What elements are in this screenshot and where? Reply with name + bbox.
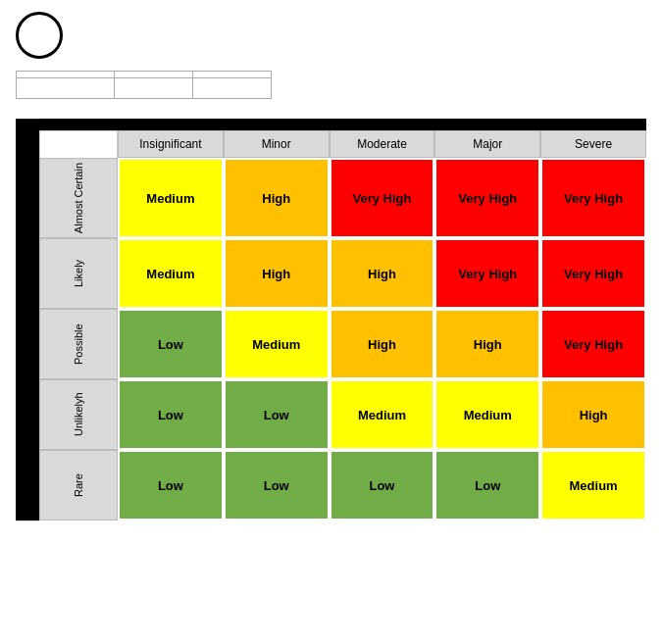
project-name-value[interactable] bbox=[17, 78, 115, 99]
cell-r4-c0: Low bbox=[118, 450, 224, 520]
cell-r1-c4: Very High bbox=[540, 238, 646, 309]
project-info bbox=[0, 67, 662, 107]
severity-header bbox=[39, 119, 646, 130]
cell-r0-c1: High bbox=[224, 158, 330, 238]
cell-r3-c0: Low bbox=[118, 379, 224, 450]
project-name-label bbox=[17, 72, 115, 78]
row-label-0: Almost Certain bbox=[39, 158, 118, 238]
cell-r0-c4: Very High bbox=[540, 158, 646, 238]
row-label-2: Possible bbox=[39, 309, 118, 379]
cell-r2-c0: Low bbox=[118, 309, 224, 379]
project-table bbox=[16, 71, 272, 99]
cell-r4-c3: Low bbox=[434, 450, 540, 520]
row-label-3: Unlikelyh bbox=[39, 379, 118, 450]
project-manager-label bbox=[115, 72, 193, 78]
cell-r4-c4: Medium bbox=[540, 450, 646, 520]
col-header-minor: Minor bbox=[224, 130, 330, 158]
header bbox=[0, 0, 662, 67]
cell-r2-c2: High bbox=[330, 309, 435, 379]
cell-r2-c1: Medium bbox=[224, 309, 330, 379]
project-manager-value[interactable] bbox=[115, 78, 193, 99]
row-label-1: Likely bbox=[39, 238, 118, 309]
cell-r1-c0: Medium bbox=[118, 238, 224, 309]
cell-r4-c2: Low bbox=[330, 450, 435, 520]
date-value[interactable] bbox=[193, 78, 272, 99]
cell-r2-c4: Very High bbox=[540, 309, 646, 379]
matrix-section: Insignificant Minor Moderate Major Sever… bbox=[0, 107, 662, 536]
col-header-insignificant: Insignificant bbox=[118, 130, 224, 158]
col-header-severe: Severe bbox=[540, 130, 646, 158]
matrix-inner: Insignificant Minor Moderate Major Sever… bbox=[39, 119, 646, 520]
cell-r3-c1: Low bbox=[224, 379, 330, 450]
cell-r0-c3: Very High bbox=[434, 158, 540, 238]
cell-r0-c0: Medium bbox=[118, 158, 224, 238]
cell-r3-c2: Medium bbox=[330, 379, 435, 450]
col-header-moderate: Moderate bbox=[330, 130, 435, 158]
cell-r1-c3: Very High bbox=[434, 238, 540, 309]
cell-r2-c3: High bbox=[434, 309, 540, 379]
logo bbox=[16, 12, 63, 59]
matrix-grid: Insignificant Minor Moderate Major Sever… bbox=[39, 130, 646, 520]
date-label bbox=[193, 72, 272, 78]
col-header-major: Major bbox=[434, 130, 540, 158]
cell-r1-c2: High bbox=[330, 238, 435, 309]
likelihood-label bbox=[16, 119, 39, 520]
cell-r1-c1: High bbox=[224, 238, 330, 309]
cell-r3-c4: High bbox=[540, 379, 646, 450]
row-label-4: Rare bbox=[39, 450, 118, 520]
cell-r0-c2: Very High bbox=[330, 158, 435, 238]
cell-r4-c1: Low bbox=[224, 450, 330, 520]
cell-r3-c3: Medium bbox=[434, 379, 540, 450]
matrix-wrapper: Insignificant Minor Moderate Major Sever… bbox=[16, 119, 646, 520]
